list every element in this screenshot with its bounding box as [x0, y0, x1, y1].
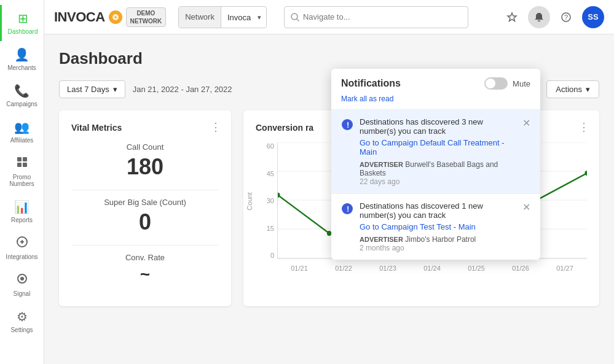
sidebar-item-merchants[interactable]: 👤 Merchants	[0, 41, 44, 77]
notif-body-1: Destinations has discovered 3 new number…	[360, 117, 516, 186]
notif-link-2[interactable]: Go to Campaign Test Test - Main	[360, 222, 516, 231]
x-label-0123: 01/23	[379, 265, 396, 272]
svg-text:!: !	[347, 120, 349, 130]
chart-card-menu-icon[interactable]: ⋮	[578, 120, 589, 134]
call-count-value: 180	[71, 154, 219, 180]
demo-badge: DEMO NETWORK	[126, 7, 167, 27]
mark-all-read-link[interactable]: Mark all as read	[331, 95, 540, 109]
sidebar-item-campaigns[interactable]: 📞 Campaigns	[0, 77, 44, 114]
svg-rect-0	[17, 157, 22, 161]
star-icon	[506, 12, 518, 23]
notif-body-2: Destinations has discovered 1 new number…	[360, 201, 516, 252]
notifications-button[interactable]	[528, 6, 550, 28]
svg-rect-1	[23, 157, 27, 161]
reports-icon: 📊	[14, 199, 30, 214]
network-select[interactable]: Invoca	[221, 13, 266, 22]
notif-link-1[interactable]: Go to Campaign Default Call Treatment - …	[360, 138, 516, 157]
notif-advertiser-1: ADVERTISER Burwell's Baseball Bags and B…	[360, 160, 516, 177]
notif-message-2: Destinations has discovered 1 new number…	[360, 201, 516, 220]
x-label-0121: 01/21	[291, 265, 308, 272]
y-label-0: 0	[270, 252, 274, 259]
main-wrapper: INVOCA DEMO NETWORK Network Invoca ▾	[44, 0, 614, 364]
notif-close-2[interactable]: ✕	[522, 201, 530, 213]
network-label: Network	[179, 7, 221, 28]
page-header: Dashboard	[59, 49, 599, 68]
topnav: INVOCA DEMO NETWORK Network Invoca ▾	[44, 0, 614, 34]
dashboard-icon: ⊞	[18, 11, 28, 26]
campaigns-icon: 📞	[14, 83, 30, 98]
toggle-knob	[486, 79, 495, 88]
vital-metrics-title: Vital Metrics	[71, 123, 219, 133]
sidebar-item-signal[interactable]: Signal	[0, 266, 44, 303]
svg-rect-3	[23, 163, 27, 167]
conv-rate-label: Conv. Rate	[71, 253, 219, 262]
x-label-0126: 01/26	[512, 265, 529, 272]
help-icon: ?	[561, 12, 572, 23]
network-selector[interactable]: Network Invoca ▾	[178, 6, 267, 28]
notif-time-2: 2 months ago	[360, 244, 516, 252]
sidebar-item-settings[interactable]: ⚙ Settings	[0, 303, 44, 339]
y-label-15: 15	[267, 225, 274, 232]
sidebar-item-dashboard[interactable]: ⊞ Dashboard	[0, 5, 44, 41]
content: Dashboard Last 7 Days ▾ Jan 21, 2022 - J…	[44, 34, 614, 364]
chart-x-labels: 01/21 01/22 01/23 01/24 01/25 01/26 01/2…	[277, 259, 587, 277]
notification-item: ! Destinations has discovered 1 new numb…	[331, 193, 540, 260]
notif-time-1: 22 days ago	[360, 177, 516, 186]
super-big-sale-value: 0	[71, 209, 219, 235]
svg-rect-2	[17, 163, 22, 167]
mute-toggle[interactable]	[484, 77, 508, 90]
nav-actions: ? SS	[501, 6, 604, 28]
y-label-60: 60	[267, 142, 274, 150]
notif-header: Notifications Mute	[331, 69, 540, 95]
y-label-30: 30	[267, 197, 274, 204]
x-label-0127: 01/27	[556, 265, 573, 272]
count-axis-label: Count	[246, 192, 253, 210]
actions-button[interactable]: Actions ▾	[546, 80, 599, 98]
super-big-sale-label: Super Big Sale (Count)	[71, 198, 219, 207]
notif-title: Notifications	[341, 78, 401, 89]
notif-mute-control: Mute	[484, 77, 530, 90]
svg-point-6	[20, 277, 24, 281]
call-count-label: Call Count	[71, 142, 219, 152]
y-label-45: 45	[267, 170, 274, 177]
help-button[interactable]: ?	[555, 6, 577, 28]
settings-icon: ⚙	[17, 309, 28, 324]
svg-text:?: ?	[564, 14, 568, 21]
promo-numbers-icon	[16, 156, 28, 171]
sidebar-item-integrations[interactable]: Integrations	[0, 230, 44, 266]
notif-advertiser-2: ADVERTISER Jimbo's Harbor Patrol	[360, 235, 516, 244]
sidebar-item-promo-numbers[interactable]: Promo Numbers	[0, 150, 44, 193]
chevron-down-icon: ▾	[113, 85, 117, 94]
date-filter-dropdown[interactable]: Last 7 Days ▾	[59, 80, 125, 98]
logo-text: INVOCA	[54, 9, 105, 25]
chevron-down-icon: ▾	[586, 85, 590, 94]
search-input[interactable]	[303, 12, 462, 21]
mute-label: Mute	[513, 79, 530, 88]
sidebar: ⊞ Dashboard 👤 Merchants 📞 Campaigns 👥 Af…	[0, 0, 44, 364]
vital-metrics-card: Vital Metrics ⋮ Call Count 180 Super Big…	[59, 110, 231, 306]
alert-icon: !	[341, 118, 353, 134]
notif-scroll: ! Destinations has discovered 3 new numb…	[331, 109, 540, 260]
search-bar[interactable]	[284, 6, 468, 28]
sidebar-item-affiliates[interactable]: 👥 Affiliates	[0, 114, 44, 150]
bell-icon	[533, 12, 545, 23]
merchants-icon: 👤	[14, 47, 30, 62]
star-button[interactable]	[501, 6, 523, 28]
notif-close-1[interactable]: ✕	[522, 117, 530, 129]
signal-icon	[16, 273, 28, 288]
svg-text:!: !	[347, 204, 349, 214]
card-menu-icon[interactable]: ⋮	[210, 120, 221, 134]
notification-panel: Notifications Mute Mark all as read ! De…	[331, 69, 540, 260]
chart-y-axis: 60 45 30 15 0	[256, 142, 277, 259]
avatar[interactable]: SS	[582, 6, 604, 28]
date-range: Jan 21, 2022 - Jan 27, 2022	[133, 85, 232, 94]
sidebar-item-reports[interactable]: 📊 Reports	[0, 193, 44, 230]
x-label-0124: 01/24	[423, 265, 441, 272]
conv-rate-value: ~	[71, 265, 219, 284]
page-title: Dashboard	[59, 49, 143, 68]
integrations-icon	[16, 236, 28, 251]
search-icon	[291, 13, 299, 21]
affiliates-icon: 👥	[14, 120, 30, 134]
x-label-0125: 01/25	[468, 265, 485, 272]
notification-item: ! Destinations has discovered 3 new numb…	[331, 109, 540, 193]
